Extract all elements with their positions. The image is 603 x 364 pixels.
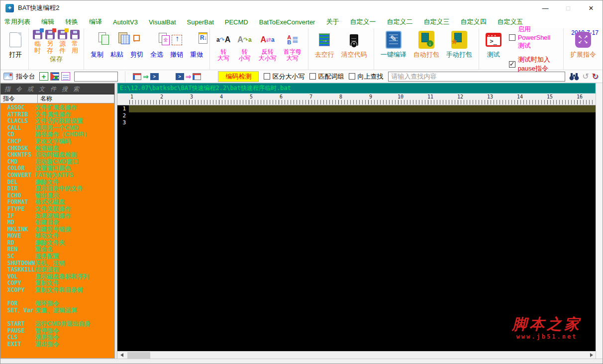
code-editor[interactable]: 123 脚本之家 www.jb51.net [117,105,596,351]
remove-blank-button[interactable]: 去空行 [311,30,338,68]
command-row[interactable]: CONVERTFAT转为NTFS [0,172,114,179]
menu-item-14[interactable]: 自定义四 [460,17,486,26]
command-row[interactable]: IF如果逻辑操作 [0,213,114,220]
menu-item-5[interactable]: AutoItV3 [113,18,138,26]
undo-search-icon[interactable]: ↺ [582,73,589,81]
command-row[interactable]: CALL调用另一个CMD [0,125,114,132]
sidebar-search-input[interactable]: 指 令 或 文 件 搜 索 [0,84,114,94]
menu-item-11[interactable]: 自定义一 [350,17,376,26]
command-row[interactable]: SET、Var变量、逻辑运算 [0,307,114,314]
checkbox-icon[interactable] [309,73,316,80]
command-row[interactable]: CHKNTFS启动时磁盘检测 [0,152,114,159]
save-button-1[interactable]: 临时 [33,30,42,54]
command-row[interactable]: CD路径操作（CHDIR） [0,131,114,138]
flag-icon[interactable] [50,72,59,81]
binoculars-icon[interactable] [569,72,579,81]
find-option-2[interactable]: 匹配词组 [309,72,344,81]
command-row[interactable]: VOL显示磁盘卷标和序列 [0,273,114,280]
maximize-button[interactable]: □ [557,0,580,15]
refresh-search-icon[interactable]: ↻ [592,73,599,81]
save-button-2[interactable]: 另存 [45,30,55,54]
pause-checkbox-icon[interactable] [509,61,515,68]
add-icon[interactable] [39,72,48,81]
command-row[interactable]: REN重命名 [0,246,114,253]
command-row[interactable]: MD创建目录 [0,219,114,226]
menu-item-4[interactable]: 编译 [89,17,102,26]
cmd-to-ps-button[interactable]: ⇒ > [133,73,159,81]
command-row[interactable]: CHKDSK检查磁盘 [0,145,114,152]
compile-button[interactable]: 一键编译 [377,30,410,68]
console-input[interactable] [74,72,118,82]
command-row[interactable]: PAUSE暂停指令 [0,328,114,335]
to-upper-button[interactable]: a↷A转大写 [213,30,234,68]
horizontal-scrollbar[interactable] [117,351,596,359]
menu-item-8[interactable]: PECMD [225,18,248,26]
command-row[interactable]: SHUTDOWN关机、注销 [0,260,114,267]
auto-pack-button[interactable]: 自动打包 [410,30,443,68]
minimize-button[interactable]: — [534,0,557,15]
menu-item-12[interactable]: 自定义二 [387,17,412,26]
column-header-command[interactable]: 指令 [0,94,38,103]
to-lower-button[interactable]: A↷a转小写 [234,30,255,68]
menu-item-2[interactable]: 编辑 [41,17,54,26]
scrollbar-thumb[interactable] [127,352,150,359]
ps-to-cmd-button[interactable]: > ⇒ [176,73,201,81]
copy-button[interactable]: 复制 [87,30,107,68]
command-row[interactable]: DEL删除文件 [0,179,114,186]
menu-item-9[interactable]: BatToExeConverter [259,18,315,26]
command-row[interactable]: EXIT退出指令 [0,341,114,348]
command-row[interactable]: XCOPY复制文件和目录树 [0,287,114,294]
command-row[interactable]: ATTRIB文件属性操作 [0,111,114,118]
select-all-button[interactable]: 全选 [147,30,167,68]
find-option-3[interactable]: 向上查找 [349,72,383,81]
document-list-icon[interactable] [61,72,70,81]
test-button[interactable]: ● ● ●>_ 测试 [482,30,505,68]
find-option-1[interactable]: 区分大小写 [264,72,304,81]
save-button-3[interactable]: 源件 [58,30,67,54]
command-row[interactable]: CMD启动新CMD窗口 [0,159,114,166]
command-row[interactable]: CHCP更改文字编码 [0,138,114,145]
command-row[interactable]: MOVE移动文件 [0,233,114,240]
menu-item-6[interactable]: VisualBat [149,18,176,26]
checkbox-icon[interactable] [264,73,270,80]
command-row[interactable]: START运行CMD并退出自身 [0,321,114,328]
invert-case-button[interactable]: A⇄a反转大小写 [255,30,280,68]
menu-item-10[interactable]: 关于 [326,17,339,26]
command-row[interactable]: COPY复制文件 [0,280,114,287]
clear-code-button[interactable]: 清空代码 [338,30,371,68]
menu-item-7[interactable]: SuperBat [187,18,214,26]
command-row[interactable]: SC服务配置 [0,253,114,260]
save-button-4[interactable]: 常用 [70,30,80,54]
pause-option[interactable]: 测试时加入pause指令 [509,55,556,73]
command-row[interactable] [0,294,114,301]
command-row[interactable]: DIR显示目录中的文件 [0,185,114,192]
menu-item-3[interactable]: 转换 [65,17,78,26]
capitalize-button[interactable]: AB≡≡≡≡首字母大写 [280,30,305,68]
cut-button[interactable]: 剪切 [127,30,147,68]
command-row[interactable]: FORMAT格式化磁盘 [0,199,114,206]
paste-button[interactable]: 粘贴 [107,30,127,68]
command-row[interactable]: MKLINK创建符号链接 [0,226,114,233]
menu-item-13[interactable]: 自定义三 [423,17,449,26]
command-row[interactable]: FOR循环指令 [0,300,114,307]
command-row[interactable]: ECHO输出显示 [0,192,114,199]
undo-button[interactable]: 撤销 [167,30,187,68]
image-icon[interactable] [3,73,13,80]
close-button[interactable]: ✕ [580,0,603,15]
redo-button[interactable]: 重做 [187,30,206,68]
command-row[interactable]: RD删除文件夹 [0,240,114,247]
command-row[interactable] [0,314,114,321]
column-header-name[interactable]: 名称 [38,94,114,103]
encoding-check-button[interactable]: 编码检测 [218,71,259,82]
command-row[interactable]: COLOR设置窗口颜色 [0,165,114,172]
powershell-test-option[interactable]: 启用PowerShell测试 [509,25,556,50]
scroll-left-button[interactable] [117,352,126,359]
command-row[interactable]: TASKKILL结束进程 [0,267,114,273]
menu-item-1[interactable]: 常用列表 [4,17,30,26]
command-row[interactable]: ASSOC文件扩展名操作 [0,104,114,111]
scroll-right-button[interactable] [587,352,596,359]
powershell-checkbox-icon[interactable] [509,34,515,41]
command-row[interactable]: FTYPE文件关联操作 [0,206,114,213]
checkbox-icon[interactable] [349,73,355,80]
command-row[interactable]: CLACLS文件访问权限设置 [0,118,114,125]
